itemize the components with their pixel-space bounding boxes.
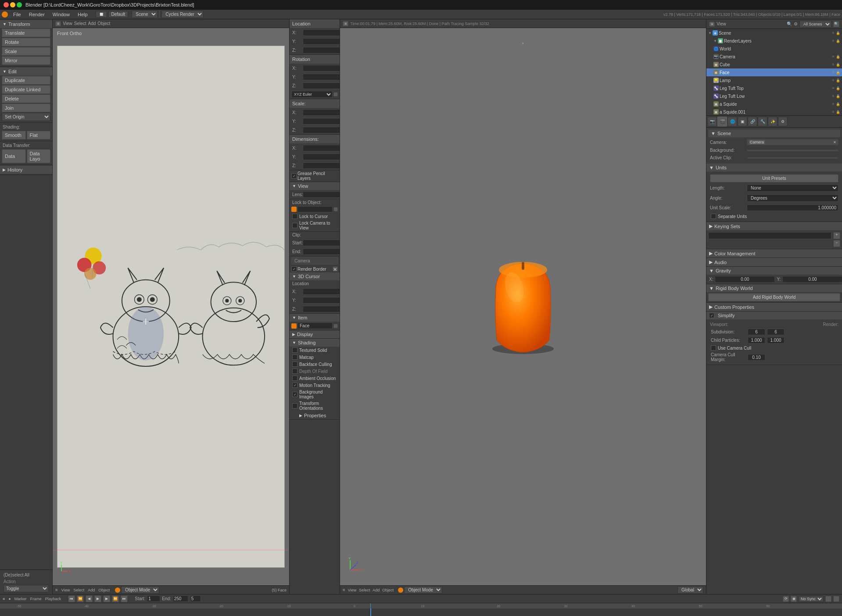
subdivision-render-field[interactable]: [767, 329, 785, 335]
menu-file[interactable]: File: [10, 11, 25, 18]
camera-field-clear-icon[interactable]: ✕: [833, 140, 836, 144]
keying-sets-list[interactable]: [708, 232, 831, 239]
play-button[interactable]: ▶: [94, 595, 101, 602]
outliner-menu-icon[interactable]: ≡: [709, 21, 715, 27]
jump-start-button[interactable]: ⏮: [68, 595, 75, 602]
color-management-header[interactable]: ▶ Color Management: [706, 249, 842, 258]
prev-frame-button[interactable]: ◀: [86, 595, 93, 602]
timeline-icon4[interactable]: [833, 596, 839, 602]
location-header[interactable]: Location: [290, 19, 340, 28]
outliner-scene-select[interactable]: All Scenes: [799, 21, 831, 28]
textured-solid-checkbox[interactable]: [292, 347, 297, 353]
join-button[interactable]: Join: [2, 104, 50, 112]
menu-render[interactable]: Render: [25, 11, 48, 18]
outliner-view-menu[interactable]: View: [717, 21, 726, 26]
cursor-x-field[interactable]: [303, 288, 340, 295]
data-button[interactable]: Data: [2, 149, 26, 163]
timeline-icon3[interactable]: [825, 596, 831, 602]
child-particles-render-field[interactable]: [767, 337, 785, 344]
props-particles-icon[interactable]: ✨: [768, 117, 778, 126]
rotation-header[interactable]: Rotation: [290, 55, 340, 64]
lock-to-cursor-checkbox[interactable]: [292, 214, 297, 219]
subdivision-viewport-field[interactable]: [748, 329, 765, 335]
3d-bottom-menu-icon[interactable]: ≡: [343, 587, 345, 592]
menu-help[interactable]: Help: [74, 11, 91, 18]
bg-images-checkbox[interactable]: [292, 392, 297, 397]
props-object-icon[interactable]: ▣: [738, 117, 747, 126]
scale-button[interactable]: Scale: [2, 47, 50, 56]
scene-expand-icon[interactable]: ▼: [708, 31, 712, 35]
action-select[interactable]: Toggle: [4, 585, 49, 592]
3d-mode-select[interactable]: Object Mode: [404, 586, 442, 594]
background-prop-field[interactable]: [747, 150, 838, 151]
tree-item-camera[interactable]: 📷 Camera 👁 🔒: [706, 53, 842, 61]
object-menu-left[interactable]: Object: [98, 588, 110, 592]
render-border-checkbox[interactable]: [291, 266, 297, 272]
3d-object-menu[interactable]: Object: [382, 588, 394, 592]
tree-item-scene[interactable]: ▼ ◆ Scene 👁 🔒: [706, 29, 842, 37]
start-frame-field[interactable]: [147, 595, 160, 602]
custom-props-header[interactable]: ▶ Custom Properties: [706, 303, 842, 311]
location-z-field[interactable]: [303, 47, 340, 54]
simplify-checkbox[interactable]: [709, 313, 714, 318]
add-menu-left[interactable]: Add: [88, 588, 95, 592]
separate-units-checkbox[interactable]: [711, 214, 716, 219]
delete-button[interactable]: Delete: [2, 94, 50, 103]
viewport-3d-canvas[interactable]: + X Y Z: [340, 28, 706, 585]
3d-menu-icon[interactable]: ≡: [343, 21, 348, 26]
menu-window[interactable]: Window: [49, 11, 73, 18]
camera-cull-margin-field[interactable]: [748, 354, 765, 361]
viewport-left-canvas[interactable]: Front Ortho: [53, 28, 289, 585]
select-menu-left[interactable]: Select: [73, 588, 84, 592]
data-layo-button[interactable]: Data Layo: [27, 149, 51, 163]
audio-header[interactable]: ▶ Audio: [706, 258, 842, 266]
rotate-button[interactable]: Rotate: [2, 38, 50, 47]
length-select[interactable]: None: [747, 184, 838, 192]
location-y-field[interactable]: [303, 38, 340, 45]
unit-presets-button[interactable]: Unit Presets: [710, 174, 838, 183]
simplify-header[interactable]: Simplify: [706, 312, 842, 319]
tree-item-leg-tuft-top[interactable]: 🦴 Leg Tuft Top 👁 🔒: [706, 84, 842, 92]
jump-end-button[interactable]: ⏭: [121, 595, 128, 602]
set-origin-select[interactable]: Set Origin: [2, 113, 50, 121]
item-face-field[interactable]: Face: [297, 322, 333, 329]
outliner-content[interactable]: ▼ ◆ Scene 👁 🔒 ▼ 📋 RenderLayers 👁 🔒 🌐 Wor…: [706, 29, 842, 115]
engine-select[interactable]: Cycles Render: [161, 11, 204, 18]
motion-tracking-checkbox[interactable]: [292, 383, 297, 388]
add-rigid-body-button[interactable]: Add Rigid Body World: [708, 293, 840, 301]
rigid-body-header[interactable]: ▼ Rigid Body World: [706, 284, 842, 292]
outliner-search-icon[interactable]: 🔍: [787, 21, 792, 26]
rotation-y-field[interactable]: [303, 74, 340, 80]
ao-checkbox[interactable]: [292, 376, 297, 381]
render-border-close-icon[interactable]: ✕: [333, 266, 338, 272]
tree-item-squide-001[interactable]: ▣ a Squide.001 👁 🔒: [706, 108, 842, 115]
matcap-checkbox[interactable]: [292, 355, 297, 360]
timeline-playback-menu[interactable]: Playback: [45, 597, 61, 601]
viewport-left-menu-icon[interactable]: ≡: [55, 587, 58, 592]
lock-camera-checkbox[interactable]: [292, 223, 297, 228]
3d-select-menu[interactable]: Select: [359, 588, 370, 592]
next-frame-button[interactable]: ▶: [103, 595, 110, 602]
timeline-content-area[interactable]: [0, 609, 842, 616]
lock-object-field[interactable]: [297, 206, 333, 212]
cursor-z-field[interactable]: [303, 306, 340, 312]
child-particles-viewport-field[interactable]: [748, 337, 765, 344]
rotation-x-field[interactable]: [303, 65, 340, 72]
dimensions-header[interactable]: Dimensions:: [290, 135, 340, 143]
tree-item-lamp[interactable]: 💡 Lamp 👁 🔒: [706, 76, 842, 84]
rotation-mode-select[interactable]: XYZ Euler: [291, 91, 333, 98]
active-clip-field[interactable]: [747, 157, 838, 159]
edit-header[interactable]: ▼ Edit: [0, 68, 52, 75]
layout-select[interactable]: Default: [108, 11, 129, 18]
minimize-button[interactable]: [10, 2, 15, 7]
duplicate-button[interactable]: Duplicate: [2, 76, 50, 85]
dim-y-field[interactable]: [303, 154, 340, 160]
viewport-view-menu[interactable]: View: [63, 21, 72, 26]
scene-select[interactable]: Scene: [132, 11, 158, 18]
timeline-track[interactable]: -50 -40 -30 -20 -10 0 10 20 30 40 50 60: [0, 603, 842, 616]
dim-x-field[interactable]: [303, 145, 340, 151]
clip-end-field[interactable]: [303, 248, 340, 255]
transform-orient-checkbox[interactable]: [292, 403, 297, 408]
lock-object-lock-icon[interactable]: [333, 207, 338, 211]
cursor-3d-header[interactable]: ▼ 3D Cursor: [290, 272, 340, 280]
